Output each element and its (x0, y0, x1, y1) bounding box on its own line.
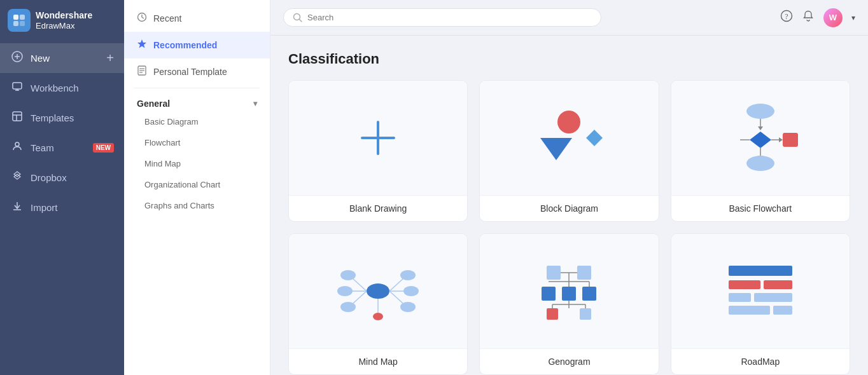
sidebar-item-team-label: Team (31, 142, 87, 153)
card-basic-flowchart-visual (671, 81, 850, 195)
card-genogram[interactable]: Genogram (479, 233, 659, 375)
sidebar-item-import[interactable]: Import (0, 193, 124, 222)
sidebar-item-templates[interactable]: Templates (0, 103, 124, 133)
panel-sub-graphs[interactable]: Graphs and Charts (124, 195, 270, 216)
card-mind-map-label: Mind Map (289, 348, 467, 374)
svg-line-44 (353, 278, 367, 291)
svg-rect-69 (547, 308, 558, 320)
nav-items: New + Workbench Templates Team NEW (0, 41, 124, 375)
svg-marker-34 (758, 126, 763, 130)
panel-item-recent-label: Recent (153, 13, 181, 24)
card-block-diagram-label: Block Diagram (480, 195, 658, 221)
panel-sub-org-chart[interactable]: Organizational Chart (124, 174, 270, 195)
svg-rect-76 (729, 266, 792, 276)
svg-line-54 (389, 291, 403, 304)
card-roadmap-visual (671, 234, 850, 348)
topbar: ? W ▾ (270, 0, 868, 36)
panel-item-personal-template-label: Personal Template (153, 67, 227, 77)
svg-rect-81 (729, 306, 770, 315)
team-new-badge: NEW (93, 143, 114, 153)
panel-sub-basic-diagram[interactable]: Basic Diagram (124, 111, 270, 132)
card-blank-drawing-visual (289, 81, 467, 195)
svg-rect-10 (13, 112, 22, 121)
topbar-actions: ? W ▾ (780, 8, 855, 27)
svg-rect-70 (580, 308, 591, 320)
svg-rect-38 (783, 133, 798, 147)
sidebar: Wondershare EdrawMax New + Workbench Tem… (0, 0, 124, 375)
brand-line2: EdrawMax (36, 21, 92, 31)
app-logo-icon (8, 9, 31, 32)
svg-text:?: ? (785, 12, 788, 21)
svg-point-43 (367, 283, 389, 299)
card-blank-drawing[interactable]: Blank Drawing (288, 80, 468, 222)
panel-section-general[interactable]: General ▾ (124, 91, 270, 111)
search-input[interactable] (307, 13, 592, 22)
sidebar-item-workbench-label: Workbench (31, 83, 114, 93)
svg-rect-3 (20, 21, 25, 26)
svg-rect-64 (582, 287, 596, 301)
avatar-dropdown-icon[interactable]: ▾ (851, 13, 855, 22)
sidebar-item-dropbox-label: Dropbox (31, 172, 114, 183)
svg-marker-37 (779, 137, 783, 142)
sidebar-item-new[interactable]: New + (0, 43, 124, 73)
svg-point-53 (403, 286, 419, 296)
panel-sub-mind-map[interactable]: Mind Map (124, 153, 270, 174)
svg-point-56 (373, 313, 383, 320)
middle-panel: Recent Recommended Personal Template Gen… (124, 0, 270, 375)
team-icon (10, 140, 24, 155)
recent-icon (137, 12, 147, 25)
app-name: Wondershare EdrawMax (36, 10, 92, 31)
panel-item-personal-template[interactable]: Personal Template (124, 58, 270, 85)
svg-point-55 (400, 302, 416, 312)
svg-point-13 (15, 142, 19, 146)
main-content: ? W ▾ Classification Blank Drawing (270, 0, 868, 375)
sidebar-item-dropbox[interactable]: Dropbox (0, 163, 124, 193)
card-genogram-visual (480, 234, 658, 348)
panel-item-recent[interactable]: Recent (124, 5, 270, 32)
panel-item-recommended[interactable]: Recommended (124, 32, 270, 58)
svg-point-32 (746, 104, 774, 119)
avatar[interactable]: W (823, 8, 843, 27)
general-section-label: General (137, 99, 170, 109)
content-area: Classification Blank Drawing (270, 36, 868, 375)
svg-rect-2 (13, 21, 18, 26)
svg-line-48 (353, 291, 367, 304)
svg-marker-18 (137, 39, 146, 48)
sidebar-item-import-label: Import (31, 202, 114, 213)
sidebar-item-new-label: New (31, 53, 100, 64)
import-icon (10, 200, 24, 215)
help-icon[interactable]: ? (780, 10, 793, 25)
dropbox-icon (10, 170, 24, 185)
svg-point-47 (337, 286, 353, 296)
card-roadmap-label: RoadMap (671, 348, 850, 374)
cards-grid: Blank Drawing Block Diagram (288, 80, 850, 375)
svg-rect-79 (729, 293, 751, 302)
svg-point-23 (294, 14, 300, 20)
sidebar-item-workbench[interactable]: Workbench (0, 73, 124, 103)
workbench-icon (10, 81, 24, 95)
card-roadmap[interactable]: RoadMap (671, 233, 850, 375)
brand-line1: Wondershare (36, 10, 92, 21)
card-basic-flowchart[interactable]: Basic Flowchart (671, 80, 850, 222)
sidebar-item-team[interactable]: Team NEW (0, 133, 124, 163)
notification-icon[interactable] (802, 10, 815, 25)
svg-rect-77 (729, 280, 760, 289)
svg-rect-7 (13, 83, 22, 89)
search-bar[interactable] (283, 8, 601, 27)
personal-template-icon (137, 65, 147, 78)
logo-area: Wondershare EdrawMax (0, 0, 124, 41)
svg-rect-0 (13, 15, 18, 20)
card-block-diagram-visual (480, 81, 658, 195)
svg-rect-62 (542, 287, 556, 301)
svg-point-51 (400, 270, 416, 280)
svg-point-42 (746, 156, 774, 171)
new-icon (10, 51, 24, 65)
panel-sub-flowchart[interactable]: Flowchart (124, 132, 270, 153)
svg-marker-31 (540, 138, 572, 160)
sidebar-item-templates-label: Templates (31, 112, 114, 123)
card-mind-map[interactable]: Mind Map (288, 233, 468, 375)
svg-rect-58 (547, 266, 561, 280)
card-block-diagram[interactable]: Block Diagram (479, 80, 659, 222)
card-blank-drawing-label: Blank Drawing (289, 195, 467, 221)
svg-rect-80 (754, 293, 792, 302)
